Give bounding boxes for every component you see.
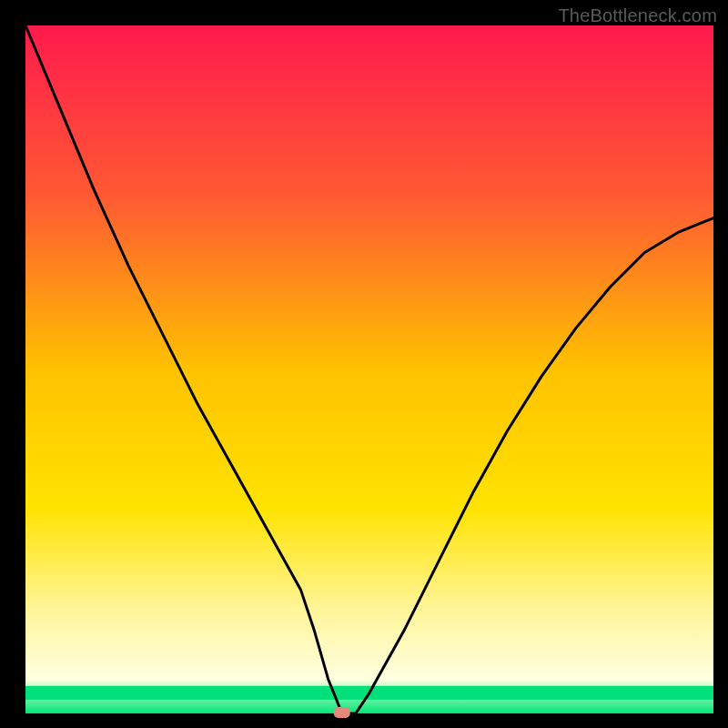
bottleneck-chart: TheBottleneck.com (0, 0, 728, 728)
watermark-text: TheBottleneck.com (558, 5, 717, 26)
chart-canvas (0, 0, 728, 728)
optimal-point-marker (334, 707, 350, 718)
chart-plot-area (25, 25, 713, 713)
